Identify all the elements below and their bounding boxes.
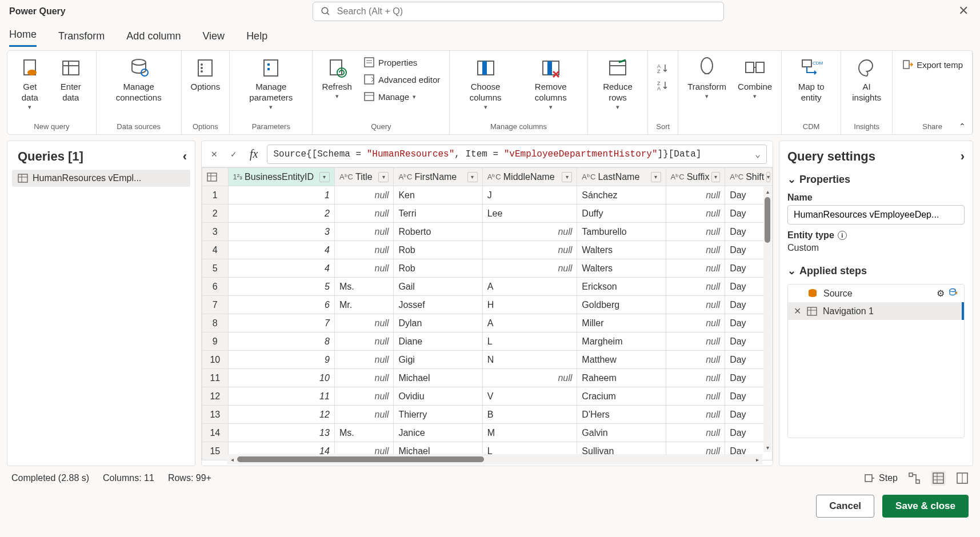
enter-data-button[interactable]: Enter data <box>51 54 90 106</box>
column-filter-icon[interactable]: ▾ <box>319 172 330 182</box>
cell[interactable]: null <box>666 259 725 278</box>
cell[interactable]: null <box>334 259 394 278</box>
schema-view-icon[interactable] <box>956 472 969 484</box>
column-filter-icon[interactable]: ▾ <box>467 172 478 182</box>
cancel-formula-icon[interactable]: ✕ <box>207 147 221 161</box>
cell[interactable]: Michael <box>394 369 482 387</box>
table-row[interactable]: 1413Ms.JaniceMGalvinnullDay <box>202 424 773 442</box>
cell[interactable]: 3 <box>228 223 334 241</box>
cell[interactable]: Tamburello <box>577 223 666 241</box>
cell[interactable]: 13 <box>228 424 334 442</box>
row-number[interactable]: 12 <box>202 387 229 406</box>
table-row[interactable]: 76Mr.JossefHGoldbergnullDay <box>202 296 773 314</box>
cell[interactable]: Thierry <box>394 406 482 424</box>
cell[interactable]: 8 <box>228 332 334 351</box>
table-row[interactable]: 109nullGigiNMatthewnullDay <box>202 351 773 369</box>
scroll-left-icon[interactable]: ◂ <box>227 456 237 463</box>
tab-transform[interactable]: Transform <box>58 30 105 47</box>
properties-section-toggle[interactable]: ⌄ Properties <box>779 170 973 189</box>
cell[interactable]: null <box>482 223 577 241</box>
cell[interactable]: 10 <box>228 369 334 387</box>
tab-home[interactable]: Home <box>9 29 37 47</box>
tab-help[interactable]: Help <box>246 30 267 47</box>
cell[interactable]: Margheim <box>577 332 666 351</box>
cell[interactable]: Goldberg <box>577 296 666 314</box>
cell[interactable]: null <box>482 241 577 259</box>
row-number[interactable]: 6 <box>202 278 229 296</box>
cell[interactable]: 4 <box>228 259 334 278</box>
cell[interactable]: Ms. <box>334 278 394 296</box>
table-row[interactable]: 54nullRobnullWaltersnullDay <box>202 259 773 278</box>
row-number[interactable]: 11 <box>202 369 229 387</box>
column-header-shift[interactable]: AᵇCShift▾ <box>725 168 773 186</box>
reduce-rows-button[interactable]: Reduce rows <box>594 54 642 113</box>
query-list-item[interactable]: HumanResources vEmpl... <box>12 170 190 187</box>
close-icon[interactable]: ✕ <box>958 5 969 17</box>
table-row[interactable]: 11nullKenJSáncheznullDay <box>202 186 773 205</box>
cell[interactable]: 11 <box>228 387 334 406</box>
cell[interactable]: null <box>334 314 394 332</box>
info-icon[interactable]: i <box>838 231 847 240</box>
row-number[interactable]: 9 <box>202 332 229 351</box>
table-row[interactable]: 33nullRobertonullTamburellonullDay <box>202 223 773 241</box>
table-row[interactable]: 1211nullOvidiuVCraciumnullDay <box>202 387 773 406</box>
table-row[interactable]: 44nullRobnullWaltersnullDay <box>202 241 773 259</box>
cell[interactable]: null <box>666 351 725 369</box>
scroll-right-icon[interactable]: ▸ <box>752 456 762 463</box>
column-header-firstname[interactable]: AᵇCFirstName▾ <box>394 168 482 186</box>
cell[interactable]: null <box>666 223 725 241</box>
column-filter-icon[interactable]: ▾ <box>766 172 770 182</box>
cell[interactable]: Walters <box>577 241 666 259</box>
step-button[interactable]: Step <box>864 472 898 484</box>
table-row[interactable]: 98nullDianeLMargheimnullDay <box>202 332 773 351</box>
row-number[interactable]: 2 <box>202 205 229 223</box>
cell[interactable]: Rob <box>394 241 482 259</box>
row-number[interactable]: 5 <box>202 259 229 278</box>
cell[interactable]: Gail <box>394 278 482 296</box>
sort-asc-button[interactable]: AZ <box>654 60 672 76</box>
cell[interactable]: L <box>482 332 577 351</box>
query-name-input[interactable] <box>787 205 965 225</box>
cell[interactable]: null <box>666 387 725 406</box>
cell[interactable]: Raheem <box>577 369 666 387</box>
export-temp-button[interactable]: Export temp <box>898 54 966 73</box>
cell[interactable]: Lee <box>482 205 577 223</box>
column-header-lastname[interactable]: AᵇCLastName▾ <box>577 168 666 186</box>
get-data-button[interactable]: Get data <box>13 54 47 113</box>
column-filter-icon[interactable]: ▾ <box>378 172 389 182</box>
cell[interactable]: null <box>334 351 394 369</box>
sort-desc-button[interactable]: ZA <box>654 77 672 93</box>
advanced-editor-button[interactable]: Advanced editor <box>360 71 443 87</box>
column-filter-icon[interactable]: ▾ <box>711 172 720 182</box>
cell[interactable]: null <box>666 241 725 259</box>
row-number[interactable]: 10 <box>202 351 229 369</box>
formula-bar[interactable]: Source{[Schema = "HumanResources", Item … <box>267 145 767 164</box>
cell[interactable]: null <box>666 314 725 332</box>
cell[interactable]: null <box>334 332 394 351</box>
table-row[interactable]: 1110nullMichaelnullRaheemnullDay <box>202 369 773 387</box>
row-number[interactable]: 14 <box>202 424 229 442</box>
column-header-businessentityid[interactable]: 1²₃BusinessEntityID▾ <box>228 168 334 186</box>
cell[interactable]: 7 <box>228 314 334 332</box>
cancel-button[interactable]: Cancel <box>816 495 874 518</box>
cell[interactable]: null <box>666 369 725 387</box>
cell[interactable]: Diane <box>394 332 482 351</box>
cell[interactable]: null <box>482 369 577 387</box>
cell[interactable]: null <box>334 241 394 259</box>
cell[interactable]: 1 <box>228 186 334 205</box>
row-number[interactable]: 8 <box>202 314 229 332</box>
scroll-down-icon[interactable]: ▾ <box>763 443 771 452</box>
save-close-button[interactable]: Save & close <box>882 495 969 518</box>
row-number[interactable]: 3 <box>202 223 229 241</box>
cell[interactable]: A <box>482 314 577 332</box>
collapse-ribbon-icon[interactable]: ⌃ <box>959 122 966 131</box>
cell[interactable]: Rob <box>394 259 482 278</box>
cell[interactable]: 4 <box>228 241 334 259</box>
gear-icon[interactable]: ⚙ <box>937 288 945 299</box>
scroll-thumb[interactable] <box>765 197 770 243</box>
combine-button[interactable]: Combine <box>734 54 775 103</box>
cell[interactable]: Jossef <box>394 296 482 314</box>
formula-expand-icon[interactable]: ⌄ <box>755 149 761 160</box>
cell[interactable]: null <box>666 424 725 442</box>
cell[interactable]: Dylan <box>394 314 482 332</box>
